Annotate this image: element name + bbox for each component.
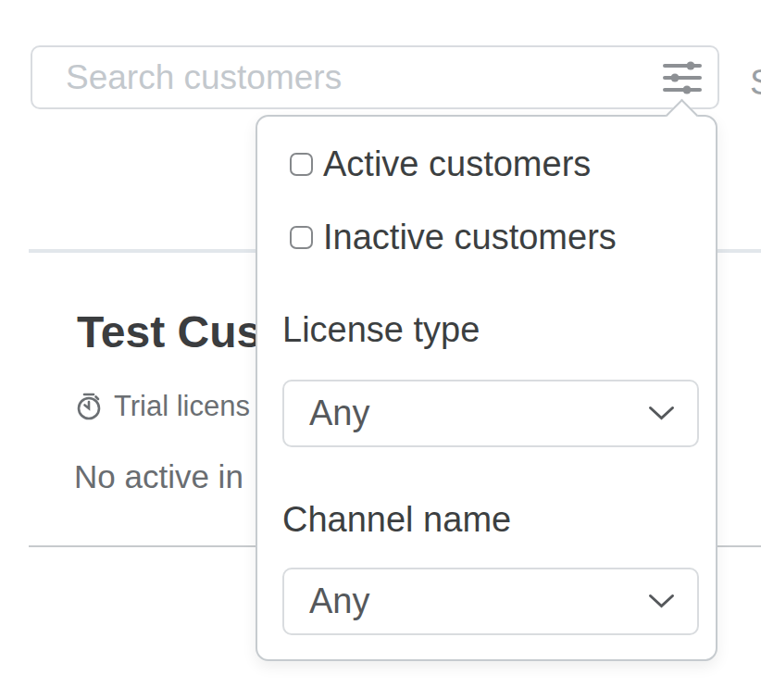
license-info-row: Trial licens <box>74 390 250 423</box>
license-type-selected-value: Any <box>309 394 369 433</box>
instances-status-text: No active in <box>74 458 243 495</box>
right-edge-partial-text: S <box>750 63 761 103</box>
filter-sliders-icon <box>662 59 703 96</box>
filter-popover: Active customers Inactive customers Lice… <box>256 115 717 661</box>
inactive-customers-checkbox[interactable] <box>290 226 313 249</box>
inactive-customers-option[interactable]: Inactive customers <box>290 214 617 260</box>
search-box <box>31 45 719 109</box>
license-type-text: Trial licens <box>114 390 250 423</box>
stopwatch-icon <box>74 392 104 421</box>
customers-page: S Test Cust Trial licens No active in Ac… <box>0 0 761 700</box>
active-customers-option[interactable]: Active customers <box>290 141 591 187</box>
license-type-select[interactable]: Any <box>282 380 699 447</box>
channel-name-label: Channel name <box>282 500 511 540</box>
active-customers-checkbox[interactable] <box>290 153 313 176</box>
active-customers-label: Active customers <box>323 144 591 184</box>
filter-button[interactable] <box>647 47 717 107</box>
channel-name-selected-value: Any <box>309 581 369 621</box>
license-type-label: License type <box>282 310 480 350</box>
inactive-customers-label: Inactive customers <box>323 218 617 257</box>
search-input[interactable] <box>32 47 647 107</box>
customer-name-heading: Test Cust <box>77 306 276 357</box>
chevron-down-icon <box>648 594 675 609</box>
channel-name-select[interactable]: Any <box>282 568 699 635</box>
chevron-down-icon <box>648 406 675 421</box>
